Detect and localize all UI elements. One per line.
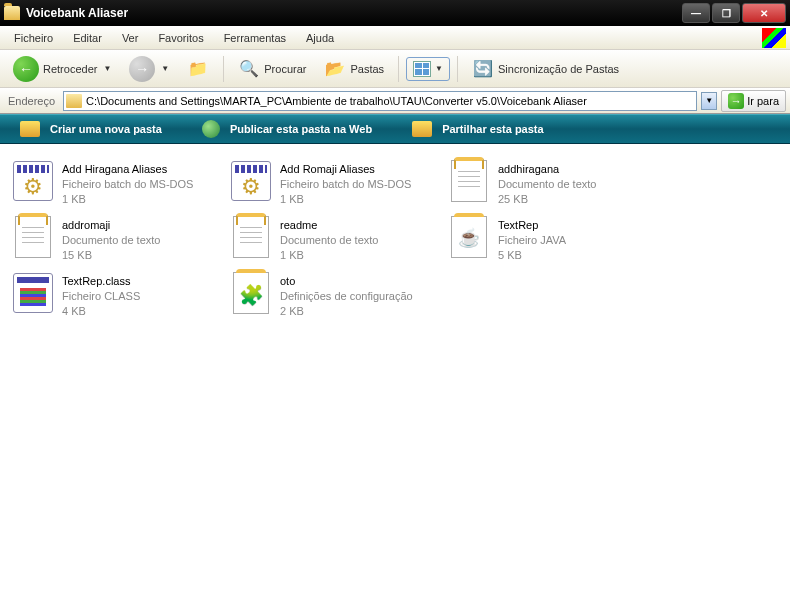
address-label: Endereço [4,95,59,107]
go-button[interactable]: → Ir para [721,90,786,112]
task-publish[interactable]: Publicar esta pasta na Web [202,120,372,138]
file-size: 25 KB [498,192,596,207]
chevron-down-icon: ▼ [435,64,443,73]
search-icon: 🔍 [238,58,260,80]
task-label: Partilhar esta pasta [442,123,544,135]
folders-icon: 📂 [324,58,346,80]
forward-button[interactable]: → ▼ [122,53,176,85]
task-share[interactable]: Partilhar esta pasta [412,121,544,137]
file-type: Ficheiro batch do MS-DOS [62,177,193,192]
file-size: 4 KB [62,304,140,319]
file-type: Documento de texto [498,177,596,192]
file-name: readme [280,218,378,233]
java-file-icon [448,216,490,258]
tasks-bar: Criar uma nova pasta Publicar esta pasta… [0,114,790,144]
file-item[interactable]: TextRep Ficheiro JAVA 5 KB [446,214,664,270]
file-list: Add Hiragana Aliases Ficheiro batch do M… [0,144,790,340]
views-button[interactable]: ▼ [406,57,450,81]
menubar: Ficheiro Editar Ver Favoritos Ferramenta… [0,26,790,50]
file-item[interactable]: Add Romaji Aliases Ficheiro batch do MS-… [228,158,446,214]
menu-tools[interactable]: Ferramentas [214,29,296,47]
file-meta: TextRep.class Ficheiro CLASS 4 KB [62,272,140,319]
file-name: TextRep.class [62,274,140,289]
titlebar: Voicebank Aliaser — ❐ ✕ [0,0,790,26]
file-name: Add Hiragana Aliases [62,162,193,177]
views-icon [413,61,431,77]
go-label: Ir para [747,95,779,107]
back-arrow-icon: ← [13,56,39,82]
file-type: Documento de texto [62,233,160,248]
menu-view[interactable]: Ver [112,29,149,47]
close-button[interactable]: ✕ [742,3,786,23]
file-name: Add Romaji Aliases [280,162,411,177]
folder-icon [66,94,82,108]
address-path: C:\Documents and Settings\MARTA_PC\Ambie… [86,95,694,107]
forward-arrow-icon: → [129,56,155,82]
file-item[interactable]: oto Definições de configuração 2 KB [228,270,446,326]
globe-icon [202,120,220,138]
batch-file-icon [12,160,54,202]
file-name: addromaji [62,218,160,233]
file-size: 15 KB [62,248,160,263]
windows-flag-icon[interactable] [762,28,786,48]
file-type: Ficheiro JAVA [498,233,566,248]
chevron-down-icon: ▼ [103,64,111,73]
file-type: Ficheiro CLASS [62,289,140,304]
chevron-down-icon: ▼ [161,64,169,73]
file-item[interactable]: TextRep.class Ficheiro CLASS 4 KB [10,270,228,326]
file-meta: oto Definições de configuração 2 KB [280,272,413,319]
separator [457,56,458,82]
address-field[interactable]: C:\Documents and Settings\MARTA_PC\Ambie… [63,91,697,111]
maximize-button[interactable]: ❐ [712,3,740,23]
file-type: Ficheiro batch do MS-DOS [280,177,411,192]
sync-label: Sincronização de Pastas [498,63,619,75]
file-size: 1 KB [280,248,378,263]
file-size: 1 KB [62,192,193,207]
sync-icon: 🔄 [472,58,494,80]
sync-button[interactable]: 🔄 Sincronização de Pastas [465,55,626,83]
menu-help[interactable]: Ajuda [296,29,344,47]
file-size: 5 KB [498,248,566,263]
task-label: Publicar esta pasta na Web [230,123,372,135]
back-button[interactable]: ← Retroceder ▼ [6,53,118,85]
task-label: Criar uma nova pasta [50,123,162,135]
file-size: 2 KB [280,304,413,319]
toolbar: ← Retroceder ▼ → ▼ 📁 🔍 Procurar 📂 Pastas… [0,50,790,88]
separator [223,56,224,82]
addressbar: Endereço C:\Documents and Settings\MARTA… [0,88,790,114]
file-meta: TextRep Ficheiro JAVA 5 KB [498,216,566,263]
search-button[interactable]: 🔍 Procurar [231,55,313,83]
file-type: Documento de texto [280,233,378,248]
menu-favorites[interactable]: Favoritos [148,29,213,47]
share-folder-icon [412,121,432,137]
file-item[interactable]: Add Hiragana Aliases Ficheiro batch do M… [10,158,228,214]
address-dropdown[interactable]: ▼ [701,92,717,110]
class-file-icon [12,272,54,314]
file-size: 1 KB [280,192,411,207]
folders-label: Pastas [350,63,384,75]
file-name: oto [280,274,413,289]
separator [398,56,399,82]
window-title: Voicebank Aliaser [26,6,682,20]
config-file-icon [230,272,272,314]
file-item[interactable]: addromaji Documento de texto 15 KB [10,214,228,270]
text-file-icon [12,216,54,258]
task-new-folder[interactable]: Criar uma nova pasta [20,121,162,137]
file-meta: addromaji Documento de texto 15 KB [62,216,160,263]
file-item[interactable]: readme Documento de texto 1 KB [228,214,446,270]
go-arrow-icon: → [728,93,744,109]
folders-button[interactable]: 📂 Pastas [317,55,391,83]
file-meta: Add Romaji Aliases Ficheiro batch do MS-… [280,160,411,207]
menu-file[interactable]: Ficheiro [4,29,63,47]
up-button[interactable]: 📁 [180,55,216,83]
new-folder-icon [20,121,40,137]
file-name: addhiragana [498,162,596,177]
minimize-button[interactable]: — [682,3,710,23]
file-meta: addhiragana Documento de texto 25 KB [498,160,596,207]
file-meta: Add Hiragana Aliases Ficheiro batch do M… [62,160,193,207]
window-controls: — ❐ ✕ [682,3,786,23]
search-label: Procurar [264,63,306,75]
file-name: TextRep [498,218,566,233]
menu-edit[interactable]: Editar [63,29,112,47]
file-item[interactable]: addhiragana Documento de texto 25 KB [446,158,664,214]
